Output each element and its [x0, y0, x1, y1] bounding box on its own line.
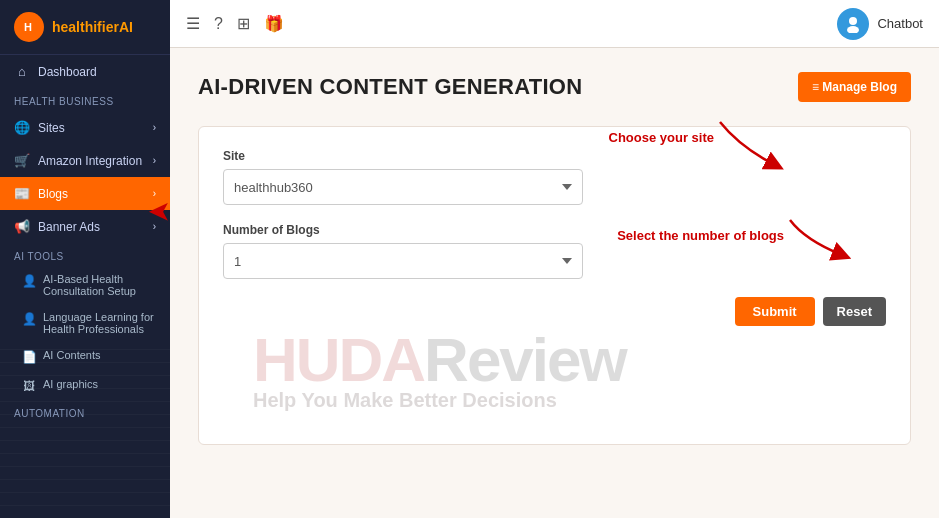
sidebar-item-ai-graphics[interactable]: 🖼 AI graphics — [0, 371, 170, 400]
chevron-right-icon: › — [153, 155, 156, 166]
site-select[interactable]: healthhub360 site2 site3 — [223, 169, 583, 205]
site-annotation: Choose your site — [609, 117, 780, 157]
amazon-icon: 🛒 — [14, 153, 30, 168]
svg-point-3 — [847, 26, 859, 33]
watermark-sub: Help You Make Better Decisions — [253, 389, 557, 412]
gift-icon[interactable]: 🎁 — [264, 14, 284, 33]
logo-icon: H — [14, 12, 44, 42]
blogs-icon: 📰 — [14, 186, 30, 201]
dashboard-icon: ⌂ — [14, 64, 30, 79]
sidebar-item-ai-health-consultation[interactable]: 👤 AI-Based Health Consultation Setup — [0, 266, 170, 304]
sidebar-item-amazon-integration[interactable]: 🛒 Amazon Integration › — [0, 144, 170, 177]
svg-text:H: H — [24, 21, 32, 33]
chatbot-label: Chatbot — [877, 16, 923, 31]
sidebar-item-label: Language Learning for Health Professiona… — [43, 311, 156, 335]
sidebar-item-ai-contents[interactable]: 📄 AI Contents — [0, 342, 170, 371]
sidebar-item-language-learning[interactable]: 👤 Language Learning for Health Professio… — [0, 304, 170, 342]
help-icon[interactable]: ? — [214, 15, 223, 33]
person-icon: 👤 — [22, 274, 36, 288]
page-body: AI-DRIVEN CONTENT GENERATION ≡ Manage Bl… — [170, 48, 939, 518]
section-label-ai-tools: AI Tools — [0, 243, 170, 266]
logo-text: healthifierAI — [52, 19, 133, 35]
avatar — [837, 8, 869, 40]
image-icon: 🖼 — [22, 379, 36, 393]
logo[interactable]: H healthifierAI — [0, 0, 170, 55]
sidebar-item-sites[interactable]: 🌐 Sites › — [0, 111, 170, 144]
form-card: Choose your site Site healthhub360 site2 — [198, 126, 911, 445]
submit-button[interactable]: Submit — [735, 297, 815, 326]
blogs-annotation: Select the number of blogs — [617, 215, 850, 255]
main-content: ☰ ? ⊞ 🎁 Chatbot AI-DRIVEN CONTENT GENERA… — [170, 0, 939, 518]
sidebar-item-banner-ads[interactable]: 📢 Banner Ads › — [0, 210, 170, 243]
topbar-left: ☰ ? ⊞ 🎁 — [186, 14, 284, 33]
person-icon: 👤 — [22, 312, 36, 326]
watermark-main: HUDAReview — [253, 326, 626, 395]
num-blogs-select[interactable]: 1 2 3 4 5 — [223, 243, 583, 279]
page-header: AI-DRIVEN CONTENT GENERATION ≡ Manage Bl… — [198, 72, 911, 102]
annotation-text-site: Choose your site — [609, 130, 714, 145]
sidebar-item-label: Sites — [38, 121, 65, 135]
page-title: AI-DRIVEN CONTENT GENERATION — [198, 74, 582, 100]
annotation-arrow-site — [720, 117, 780, 157]
chevron-right-icon: › — [153, 122, 156, 133]
watermark-area: HUDAReview Help You Make Better Decision… — [223, 326, 886, 416]
reset-button[interactable]: Reset — [823, 297, 886, 326]
sidebar-item-label: Blogs — [38, 187, 68, 201]
chatbot-button[interactable]: Chatbot — [837, 8, 923, 40]
manage-blog-button[interactable]: ≡ Manage Blog — [798, 72, 911, 102]
sidebar-item-label: AI Contents — [43, 349, 100, 361]
sidebar-item-label: Banner Ads — [38, 220, 100, 234]
sidebar-item-dashboard[interactable]: ⌂ Dashboard — [0, 55, 170, 88]
site-form-group: Site healthhub360 site2 site3 — [223, 149, 886, 205]
screen-icon[interactable]: ⊞ — [237, 14, 250, 33]
document-icon: 📄 — [22, 350, 36, 364]
topbar: ☰ ? ⊞ 🎁 Chatbot — [170, 0, 939, 48]
action-buttons: Submit Reset — [223, 297, 886, 326]
sidebar: H healthifierAI ⌂ Dashboard Health Busin… — [0, 0, 170, 518]
site-label: Site — [223, 149, 886, 163]
svg-point-2 — [849, 17, 857, 25]
chevron-right-icon: › — [153, 221, 156, 232]
sidebar-item-label: Amazon Integration — [38, 154, 142, 168]
annotation-text-blogs: Select the number of blogs — [617, 228, 784, 243]
menu-icon[interactable]: ☰ — [186, 14, 200, 33]
sites-icon: 🌐 — [14, 120, 30, 135]
sidebar-item-blogs[interactable]: 📰 Blogs › — [0, 177, 170, 210]
annotation-arrow-blogs — [790, 215, 850, 255]
sidebar-item-label: Dashboard — [38, 65, 97, 79]
section-label-automation: Automation — [0, 400, 170, 423]
sidebar-item-label: AI-Based Health Consultation Setup — [43, 273, 156, 297]
section-label-health-business: Health Business — [0, 88, 170, 111]
sidebar-item-label: AI graphics — [43, 378, 98, 390]
chevron-right-icon: › — [153, 188, 156, 199]
banner-ads-icon: 📢 — [14, 219, 30, 234]
